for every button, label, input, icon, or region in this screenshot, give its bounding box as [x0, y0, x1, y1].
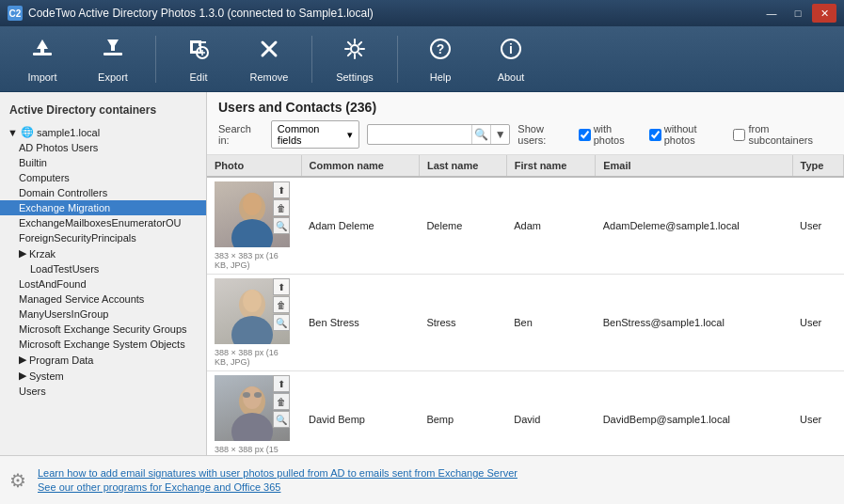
tree-item-computers[interactable]: Computers [0, 170, 206, 185]
photo-delete-2[interactable]: 🗑 [273, 296, 290, 313]
photo-search-2[interactable]: 🔍 [273, 314, 290, 331]
settings-icon [342, 36, 368, 68]
photo-delete-1[interactable]: 🗑 [273, 199, 290, 216]
export-button[interactable]: Export [80, 31, 146, 87]
folder-icon: 🌐 [21, 126, 34, 138]
photo-delete-3[interactable]: 🗑 [273, 393, 290, 410]
without-photos-checkbox-group[interactable]: without photos [649, 123, 728, 146]
tree-label-root: sample1.local [37, 127, 100, 138]
export-label: Export [98, 71, 128, 83]
tree-item-exchange[interactable]: Exchange Migration [0, 200, 206, 215]
tree-arrow-krzak: ▶ [19, 247, 26, 260]
with-photos-checkbox[interactable] [579, 129, 591, 141]
photo-cell-3: ⬆ 🗑 🔍 388 × 388 px (15 KB, JPG) [207, 371, 301, 456]
table-row[interactable]: ⬆ 🗑 🔍 388 × 388 px (15 KB, JPG) David Be… [207, 371, 844, 456]
tree-item-foreign[interactable]: ForeignSecurityPrincipals [0, 230, 206, 245]
tree-label-programdata: Program Data [29, 354, 93, 366]
bottom-link-1[interactable]: Learn how to add email signatures with u… [38, 467, 829, 479]
tree-label-computers: Computers [19, 172, 70, 183]
tree-label-exchange: Exchange Migration [19, 202, 110, 213]
edit-button[interactable]: Edit [166, 31, 231, 87]
first-name-1: Adam [506, 177, 595, 275]
tree-arrow-system: ▶ [19, 370, 26, 382]
table-row[interactable]: ⬆ 🗑 🔍 388 × 388 px (16 KB, JPG) Ben Stre… [207, 275, 844, 371]
search-filter-icon[interactable]: ▼ [490, 125, 509, 144]
subcontainers-checkbox-group[interactable]: from subcontainers [733, 123, 833, 146]
tree-item-dc[interactable]: Domain Controllers [0, 185, 206, 200]
users-table-wrap[interactable]: Photo Common name Last name First name E… [207, 155, 844, 455]
remove-button[interactable]: Remove [236, 31, 302, 87]
photo-info-2: 388 × 388 px (16 KB, JPG) [215, 348, 294, 367]
table-row[interactable]: ⬆ 🗑 🔍 383 × 383 px (16 KB, JPG) Adam Del… [207, 177, 844, 275]
title-bar: C2 CodeTwo Active Directory Photos 1.3.0… [0, 0, 844, 26]
first-name-2: Ben [506, 275, 595, 371]
tree-item-programdata[interactable]: ▶ Program Data [0, 352, 206, 368]
bottom-bar: ⚙ Learn how to add email signatures with… [0, 455, 844, 504]
tree-arrow-programdata: ▶ [19, 354, 26, 366]
tree-item-managed[interactable]: Managed Service Accounts [0, 291, 206, 307]
settings-button[interactable]: Settings [322, 31, 388, 87]
svg-rect-3 [104, 53, 122, 55]
tree-item-system[interactable]: ▶ System [0, 368, 206, 384]
photo-search-1[interactable]: 🔍 [273, 217, 290, 234]
close-button[interactable]: ✕ [812, 4, 836, 23]
photo-actions-1: ⬆ 🗑 🔍 [273, 181, 290, 234]
last-name-3: Bemp [419, 371, 506, 456]
tree-item-msexchange[interactable]: Microsoft Exchange Security Groups [0, 322, 206, 337]
tree-item-krzak[interactable]: ▶ Krzak [0, 245, 206, 261]
photo-info-1: 383 × 383 px (16 KB, JPG) [215, 251, 294, 270]
tree-item-root[interactable]: ▼ 🌐 sample1.local [0, 124, 206, 140]
bottom-icon: ⚙ [9, 469, 26, 492]
search-field-dropdown[interactable]: Common fields ▾ [271, 120, 359, 149]
email-1: AdamDeleme@sample1.local [596, 177, 792, 275]
photo-search-3[interactable]: 🔍 [273, 411, 290, 428]
tree-item-users[interactable]: Users [0, 384, 206, 399]
photo-upload-1[interactable]: ⬆ [273, 181, 290, 198]
maximize-button[interactable]: □ [786, 4, 810, 23]
tree-item-adphotos[interactable]: AD Photos Users [0, 140, 206, 155]
tree-label-mssystem: Microsoft Exchange System Objects [19, 339, 185, 350]
svg-point-28 [231, 413, 273, 441]
photo-upload-2[interactable]: ⬆ [273, 278, 290, 295]
photo-actions-2: ⬆ 🗑 🔍 [273, 278, 290, 331]
photo-actions-3: ⬆ 🗑 🔍 [273, 375, 290, 428]
photo-cell-1: ⬆ 🗑 🔍 383 × 383 px (16 KB, JPG) [207, 177, 301, 275]
tree-label-krzak: Krzak [29, 248, 56, 260]
import-button[interactable]: Import [9, 31, 75, 87]
search-input[interactable] [368, 127, 471, 142]
svg-point-16 [351, 45, 358, 53]
subcontainers-checkbox[interactable] [733, 129, 745, 141]
photo-upload-3[interactable]: ⬆ [273, 375, 290, 392]
tree-item-mssystem[interactable]: Microsoft Exchange System Objects [0, 337, 206, 352]
minimize-button[interactable]: — [759, 4, 784, 23]
tree-label-managed: Managed Service Accounts [19, 293, 144, 305]
svg-text:?: ? [437, 41, 445, 56]
show-users-label: Show users: [518, 123, 572, 146]
col-common-name: Common name [301, 155, 419, 177]
show-users-group: Show users: with photos without photos f… [518, 123, 833, 146]
search-go-button[interactable]: 🔍 [471, 125, 490, 144]
left-panel-title: Active Directory containers [0, 100, 206, 124]
last-name-2: Stress [419, 275, 506, 371]
tree-item-mailboxes[interactable]: ExchangeMailboxesEnumeratorOU [0, 215, 206, 230]
svg-point-25 [231, 316, 273, 344]
svg-point-23 [243, 193, 262, 215]
export-icon [100, 36, 126, 68]
tree-label-lostandfound: LostAndFound [19, 278, 87, 290]
users-table: Photo Common name Last name First name E… [207, 155, 844, 455]
tree-item-builtin[interactable]: Builtin [0, 155, 206, 170]
bottom-link-2[interactable]: See our other programs for Exchange and … [38, 481, 829, 493]
svg-rect-0 [33, 53, 52, 55]
svg-rect-13 [199, 41, 200, 46]
svg-point-31 [254, 392, 262, 398]
col-type: Type [792, 155, 843, 177]
tree-label-dc: Domain Controllers [19, 187, 107, 198]
with-photos-checkbox-group[interactable]: with photos [579, 123, 644, 146]
without-photos-checkbox[interactable] [649, 129, 661, 141]
tree-item-lostandfound[interactable]: LostAndFound [0, 276, 206, 291]
about-button[interactable]: i About [478, 31, 544, 87]
tree-item-manyusers[interactable]: ManyUsersInGroup [0, 307, 206, 322]
col-last-name: Last name [419, 155, 506, 177]
tree-item-loadtest[interactable]: LoadTestUsers [0, 261, 206, 276]
help-button[interactable]: ? Help [407, 31, 473, 87]
